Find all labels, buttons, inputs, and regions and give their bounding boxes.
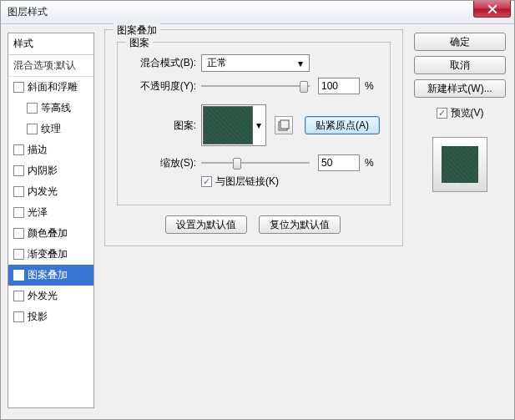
button-label: 确定 [450, 35, 470, 49]
checkbox-icon[interactable] [13, 270, 24, 281]
blend-mode-combo[interactable]: 正常 ▾ [201, 54, 310, 72]
sidebar-item-label: 渐变叠加 [28, 247, 68, 261]
sidebar-item-bevel[interactable]: 斜面和浮雕 [8, 77, 93, 98]
button-label: 复位为默认值 [270, 218, 330, 232]
chevron-down-icon: ▾ [253, 106, 265, 144]
pattern-group: 图案 混合模式(B): 正常 ▾ 不透明度(Y): 100 % [117, 42, 391, 205]
preview-label: 预览(V) [451, 106, 484, 120]
sidebar-item-label: 等高线 [41, 101, 71, 115]
link-label: 与图层链接(K) [215, 175, 279, 189]
checkbox-icon[interactable] [13, 165, 24, 176]
preview-swatch [442, 146, 478, 183]
percent-label: % [365, 157, 374, 169]
svg-rect-1 [280, 120, 289, 129]
ok-button[interactable]: 确定 [414, 33, 506, 51]
checkbox-icon[interactable] [27, 124, 38, 134]
checkbox-icon[interactable] [13, 291, 24, 301]
pattern-label: 图案: [128, 119, 196, 133]
preview-box [432, 137, 487, 192]
dialog-title: 图层样式 [8, 5, 48, 19]
checkbox-icon[interactable] [13, 249, 24, 260]
layer-style-dialog: 图层样式 样式 混合选项:默认 斜面和浮雕 等高线 纹理 描边 内阴影 内发光 … [0, 0, 515, 420]
sidebar-item-label: 投影 [28, 310, 48, 324]
opacity-input[interactable]: 100 [318, 78, 360, 94]
reset-default-button[interactable]: 复位为默认值 [259, 215, 341, 234]
sidebar-item-label: 光泽 [28, 205, 48, 220]
percent-label: % [365, 80, 374, 92]
checkbox-icon[interactable] [13, 186, 24, 197]
sidebar-item-drop-shadow[interactable]: 投影 [8, 306, 93, 327]
slider-track [201, 162, 310, 164]
sidebar-item-label: 描边 [28, 143, 48, 157]
checkbox-icon[interactable] [13, 207, 24, 218]
set-default-button[interactable]: 设置为默认值 [165, 215, 247, 234]
new-preset-button[interactable] [275, 116, 293, 134]
checkbox-icon[interactable] [13, 311, 24, 322]
sidebar-item-label: 内发光 [28, 185, 58, 199]
titlebar: 图层样式 [1, 1, 514, 24]
blend-mode-value: 正常 [207, 56, 227, 70]
sidebar-item-texture[interactable]: 纹理 [8, 119, 93, 139]
button-label: 取消 [450, 58, 470, 73]
button-label: 贴紧原点(A) [316, 119, 369, 133]
checkbox-icon[interactable] [13, 144, 24, 155]
new-style-button[interactable]: 新建样式(W)... [414, 79, 506, 98]
checkbox-icon[interactable] [27, 103, 38, 114]
chevron-down-icon: ▾ [294, 58, 307, 69]
default-buttons: 设置为默认值 复位为默认值 [165, 215, 341, 234]
right-column: 确定 取消 新建样式(W)... 预览(V) [414, 33, 506, 192]
sidebar-item-label: 斜面和浮雕 [28, 80, 78, 94]
sidebar-item-contour[interactable]: 等高线 [8, 98, 93, 119]
button-label: 设置为默认值 [176, 218, 236, 232]
sidebar-item-stroke[interactable]: 描边 [8, 139, 93, 160]
preview-row: 预览(V) [414, 106, 506, 120]
button-label: 新建样式(W)... [427, 82, 492, 96]
sidebar-item-gradient-overlay[interactable]: 渐变叠加 [8, 244, 93, 265]
close-icon [487, 4, 497, 14]
slider-track [201, 85, 310, 87]
close-button[interactable] [473, 1, 511, 18]
opacity-slider[interactable] [201, 79, 310, 93]
scale-input[interactable]: 50 [318, 154, 360, 171]
sidebar-item-label: 图案叠加 [28, 268, 68, 282]
pattern-swatch [203, 106, 253, 144]
slider-thumb[interactable] [300, 81, 308, 93]
sidebar-item-outer-glow[interactable]: 外发光 [8, 286, 93, 306]
sidebar-item-color-overlay[interactable]: 颜色叠加 [8, 223, 93, 244]
sidebar-blend-options[interactable]: 混合选项:默认 [8, 55, 93, 77]
cancel-button[interactable]: 取消 [414, 56, 506, 74]
opacity-label: 不透明度(Y): [128, 79, 196, 94]
dialog-body: 样式 混合选项:默认 斜面和浮雕 等高线 纹理 描边 内阴影 内发光 光泽 颜色… [1, 24, 514, 419]
sidebar-item-inner-glow[interactable]: 内发光 [8, 181, 93, 202]
sidebar-item-inner-shadow[interactable]: 内阴影 [8, 160, 93, 181]
slider-thumb[interactable] [233, 158, 241, 170]
new-preset-icon [278, 119, 290, 131]
checkbox-icon[interactable] [13, 82, 24, 93]
inner-legend: 图案 [126, 36, 153, 50]
scale-label: 缩放(S): [128, 156, 196, 170]
link-checkbox[interactable] [201, 176, 212, 187]
sidebar-item-satin[interactable]: 光泽 [8, 202, 93, 223]
sidebar-item-label: 颜色叠加 [28, 226, 68, 240]
sidebar-item-pattern-overlay[interactable]: 图案叠加 [8, 265, 93, 286]
sidebar-item-label: 纹理 [41, 122, 61, 136]
scale-slider[interactable] [201, 156, 310, 170]
sidebar-item-label: 外发光 [28, 289, 58, 303]
blend-mode-label: 混合模式(B): [128, 56, 196, 70]
pattern-picker[interactable]: ▾ [201, 104, 266, 146]
checkbox-icon[interactable] [13, 228, 24, 239]
sidebar-item-label: 内阴影 [28, 164, 58, 178]
styles-sidebar: 样式 混合选项:默认 斜面和浮雕 等高线 纹理 描边 内阴影 内发光 光泽 颜色… [8, 33, 94, 408]
snap-origin-button[interactable]: 贴紧原点(A) [305, 116, 380, 134]
sidebar-head[interactable]: 样式 [8, 33, 93, 55]
preview-checkbox[interactable] [437, 108, 447, 119]
pattern-overlay-group: 图案叠加 图案 混合模式(B): 正常 ▾ 不透明度(Y): [104, 29, 403, 246]
